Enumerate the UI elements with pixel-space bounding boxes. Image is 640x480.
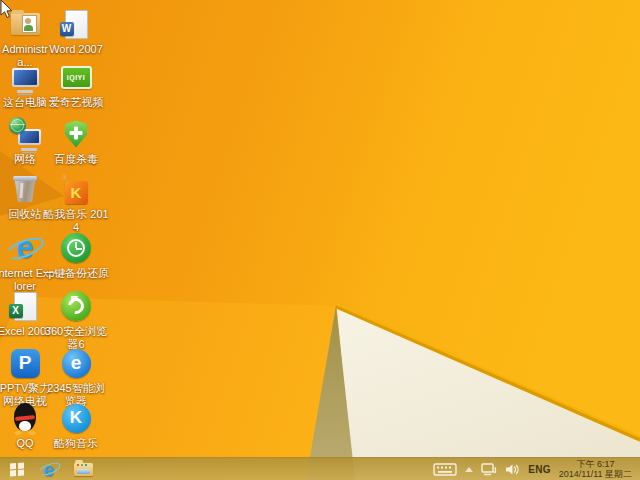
taskbar: e (0, 457, 640, 480)
administrator-folder-icon (8, 7, 42, 41)
icon-label: 酷我音乐 2014 (42, 208, 110, 233)
network-icon (8, 117, 42, 151)
desktop-icon-kuwo-music[interactable]: K 酷我音乐 2014 (42, 172, 110, 233)
volume-button[interactable] (501, 458, 524, 480)
2345-browser-icon: e (59, 346, 93, 380)
360-browser-icon (59, 289, 93, 323)
speaker-icon (505, 463, 520, 476)
this-pc-icon (8, 60, 42, 94)
start-button[interactable] (2, 458, 32, 480)
qq-icon (8, 401, 42, 435)
desktop-icon-kugou-music[interactable]: K 酷狗音乐 (42, 401, 110, 450)
system-tray: ENG 下午 6:17 2014/11/11 星期二 (429, 458, 640, 480)
show-hidden-icons-button[interactable] (461, 458, 477, 480)
internet-explorer-icon: e (8, 231, 42, 265)
network-status-button[interactable] (477, 458, 501, 480)
icon-label: 一键备份还原 (43, 267, 109, 280)
taskbar-file-explorer-button[interactable] (66, 458, 100, 480)
icon-label: 酷狗音乐 (54, 437, 98, 450)
icon-label: 这台电脑 (3, 96, 47, 109)
icon-label: 回收站 (9, 208, 42, 221)
taskbar-clock[interactable]: 下午 6:17 2014/11/11 星期二 (555, 459, 640, 479)
taskbar-internet-explorer-button[interactable]: e (32, 458, 66, 480)
network-icon (481, 463, 497, 476)
file-explorer-icon (74, 463, 93, 476)
pptv-icon: P (8, 346, 42, 380)
clock-date: 2014/11/11 星期二 (559, 469, 632, 479)
windows-logo-icon (10, 462, 24, 476)
baidu-antivirus-shield-icon (59, 117, 93, 151)
iqiyi-icon: iQIYI (59, 60, 93, 94)
kugou-music-icon: K (59, 401, 93, 435)
kuwo-music-icon: K (59, 172, 93, 206)
excel-icon: X (8, 289, 42, 323)
chevron-up-icon (465, 467, 473, 472)
desktop-icon-iqiyi[interactable]: iQIYI 爱奇艺视频 (42, 60, 110, 109)
desktop-icon-2345-browser[interactable]: e 2345智能浏览器 (42, 346, 110, 407)
recycle-bin-icon (8, 172, 42, 206)
touch-keyboard-button[interactable] (429, 458, 461, 480)
icon-label: 爱奇艺视频 (49, 96, 104, 109)
desktop[interactable]: Administra... 这台电脑 网络 回收站 e Internet Exp… (0, 0, 640, 480)
desktop-icon-onekey-backup[interactable]: 一键备份还原 (42, 231, 110, 280)
icon-label: Word 2007 (49, 43, 103, 56)
desktop-icon-word-2007[interactable]: W Word 2007 (42, 7, 110, 56)
icon-label: 网络 (14, 153, 36, 166)
clock-time: 下午 6:17 (559, 459, 632, 469)
icon-label: QQ (16, 437, 33, 450)
desktop-icon-360-browser[interactable]: 360安全浏览器6 (42, 289, 110, 350)
onekey-backup-clock-icon (59, 231, 93, 265)
desktop-icon-baidu-antivirus[interactable]: 百度杀毒 (42, 117, 110, 166)
language-indicator[interactable]: ENG (524, 458, 555, 480)
word-icon: W (59, 7, 93, 41)
icon-label: 百度杀毒 (54, 153, 98, 166)
touch-keyboard-icon (433, 463, 457, 476)
